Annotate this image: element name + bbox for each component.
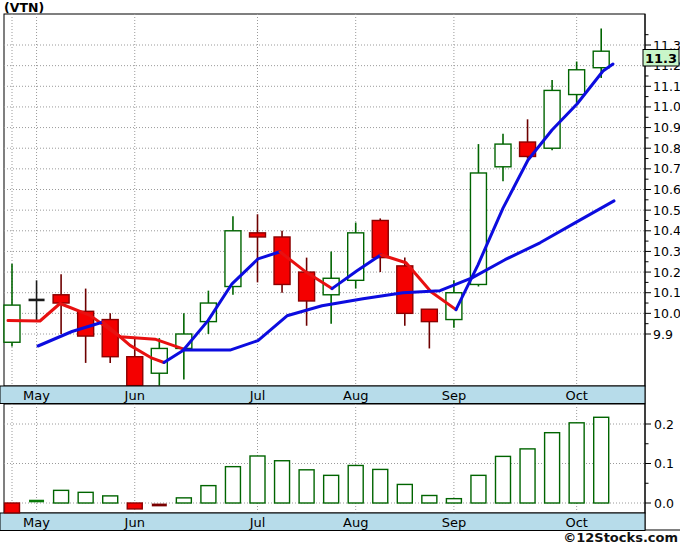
svg-text:Aug: Aug bbox=[343, 388, 368, 403]
svg-text:10.6: 10.6 bbox=[653, 182, 680, 197]
svg-text:11.3: 11.3 bbox=[645, 51, 677, 66]
svg-text:10.4: 10.4 bbox=[653, 223, 680, 238]
watermark-link[interactable]: ©12Stocks.com bbox=[563, 530, 678, 545]
svg-text:10.7: 10.7 bbox=[653, 161, 680, 176]
svg-text:0.0: 0.0 bbox=[654, 496, 674, 511]
svg-text:9.9: 9.9 bbox=[653, 327, 673, 342]
svg-text:Sep: Sep bbox=[442, 388, 467, 403]
svg-text:10.3: 10.3 bbox=[653, 244, 680, 259]
svg-text:Aug: Aug bbox=[343, 515, 368, 530]
svg-text:10.0: 10.0 bbox=[653, 306, 680, 321]
svg-text:Sep: Sep bbox=[442, 515, 467, 530]
svg-text:Jul: Jul bbox=[249, 388, 266, 403]
svg-text:10.5: 10.5 bbox=[653, 203, 680, 218]
stock-chart-page: (VTN) VTNMA(13)10.60MA(3)11.19 MACD(26,1… bbox=[0, 0, 680, 546]
svg-text:0.2: 0.2 bbox=[654, 417, 674, 432]
svg-text:Jul: Jul bbox=[249, 515, 266, 530]
svg-text:10.8: 10.8 bbox=[653, 141, 680, 156]
svg-text:Oct: Oct bbox=[565, 515, 587, 530]
current-price-badge: 11.3 bbox=[643, 50, 679, 67]
svg-text:0.1: 0.1 bbox=[654, 456, 674, 471]
svg-text:11.0: 11.0 bbox=[653, 99, 680, 114]
svg-text:Jun: Jun bbox=[124, 515, 145, 530]
svg-text:10.9: 10.9 bbox=[653, 120, 680, 135]
svg-text:Jun: Jun bbox=[124, 388, 145, 403]
svg-text:May: May bbox=[23, 515, 50, 530]
svg-text:10.1: 10.1 bbox=[653, 285, 680, 300]
chart-canvas: 9.910.010.110.210.310.410.510.610.710.81… bbox=[0, 0, 680, 546]
svg-text:May: May bbox=[23, 388, 50, 403]
svg-text:11.1: 11.1 bbox=[653, 79, 680, 94]
svg-text:Oct: Oct bbox=[565, 388, 587, 403]
svg-text:10.2: 10.2 bbox=[653, 265, 680, 280]
